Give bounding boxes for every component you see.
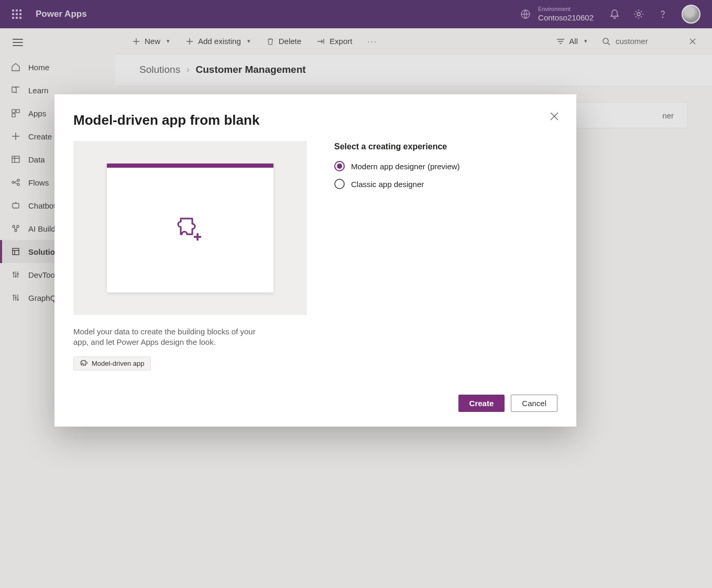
cancel-button[interactable]: Cancel bbox=[511, 395, 557, 412]
preview-thumbnail bbox=[73, 141, 307, 315]
puzzle-icon bbox=[80, 360, 87, 367]
dialog-description: Model your data to create the building b… bbox=[73, 326, 272, 348]
options-heading: Select a creating experience bbox=[334, 142, 460, 151]
radio-icon-selected bbox=[334, 161, 345, 171]
create-button[interactable]: Create bbox=[458, 395, 505, 412]
puzzle-plus-icon bbox=[107, 164, 273, 292]
radio-label: Classic app designer bbox=[351, 180, 424, 189]
app-type-tag: Model-driven app bbox=[73, 356, 151, 371]
dialog-close-button[interactable] bbox=[547, 109, 562, 124]
dialog-title: Model-driven app from blank bbox=[73, 112, 557, 128]
tag-label: Model-driven app bbox=[92, 360, 144, 367]
radio-modern-designer[interactable]: Modern app designer (preview) bbox=[334, 161, 460, 171]
create-app-dialog: Model-driven app from blank Model your d… bbox=[54, 94, 576, 427]
radio-label: Modern app designer (preview) bbox=[351, 162, 460, 171]
radio-icon-unselected bbox=[334, 179, 345, 189]
radio-classic-designer[interactable]: Classic app designer bbox=[334, 179, 460, 189]
